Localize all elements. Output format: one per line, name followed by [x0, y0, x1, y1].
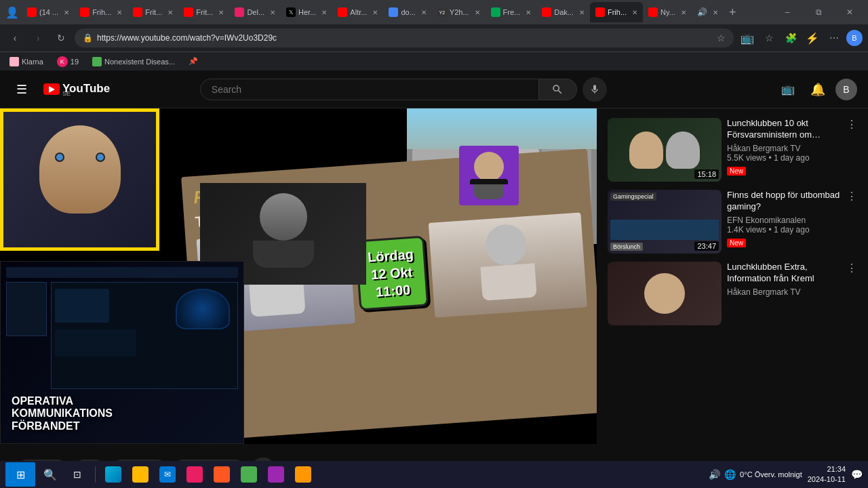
search-input[interactable] [212, 84, 528, 95]
tab-11[interactable]: Dak... ✕ [536, 2, 590, 22]
tab-favicon-3 [133, 7, 142, 17]
edge-copilot-button[interactable]: ⚡ [803, 28, 822, 47]
tab-13[interactable]: Ny... ✕ [643, 2, 692, 22]
start-button[interactable]: ⊞ [5, 462, 35, 487]
operativa-line1: OPERATIVA [12, 395, 113, 407]
bookmark-klarna[interactable]: Klarna [5, 56, 47, 68]
profile-avatar[interactable]: B [846, 30, 863, 46]
taskbar-media[interactable] [182, 462, 207, 487]
mic-button[interactable] [583, 77, 607, 102]
related-more-2[interactable]: ⋮ [846, 190, 857, 253]
hp-head [474, 152, 504, 182]
related-item-2[interactable]: Gamingspecial Börslunch 23:47 Finns det … [608, 186, 857, 258]
tab-close-9[interactable]: ✕ [475, 9, 480, 16]
tab-5[interactable]: Del... ✕ [229, 2, 281, 22]
tab-audio-close[interactable]: ✕ [713, 9, 718, 16]
yt-main-content: OPERATIVA KOMMUNIKATIONS FÖRBANDET [0, 108, 868, 488]
video-player[interactable]: OPERATIVA KOMMUNIKATIONS FÖRBANDET [0, 108, 597, 444]
related-channel-3: Håkan Bergmark TV [727, 287, 841, 297]
related-more-3[interactable]: ⋮ [846, 262, 857, 325]
bookmark-button[interactable]: ☆ [760, 28, 778, 47]
network-icon[interactable]: 🌐 [724, 469, 736, 480]
tab-1[interactable]: (14 ... ✕ [22, 2, 75, 22]
search-taskbar-button[interactable]: 🔍 [38, 462, 62, 487]
reload-button[interactable]: ↻ [52, 28, 71, 47]
taskbar-app3[interactable] [264, 462, 288, 487]
taskbar-app1[interactable] [210, 462, 234, 487]
tab-audio[interactable]: 🔊 ✕ [692, 2, 724, 22]
tab-favicon-6: 𝕏 [286, 7, 296, 17]
tab-3[interactable]: Frit... ✕ [127, 2, 178, 22]
tab-close-7[interactable]: ✕ [372, 9, 378, 16]
yt-header: ☰ YouTube SE [0, 70, 868, 108]
tab-close-6[interactable]: ✕ [321, 9, 327, 16]
close-button[interactable]: ✕ [834, 0, 865, 24]
extensions-button[interactable]: 🧩 [781, 28, 800, 47]
tab-close-4[interactable]: ✕ [218, 9, 224, 16]
tab-close-3[interactable]: ✕ [167, 9, 173, 16]
cast-button[interactable]: 📺 [738, 28, 757, 47]
user-avatar[interactable]: B [835, 79, 857, 100]
profile-menu-icon[interactable]: 👤 [3, 3, 22, 22]
tab-close-12[interactable]: ✕ [632, 9, 637, 16]
tab-close-11[interactable]: ✕ [579, 9, 585, 16]
more-button[interactable]: ⋯ [825, 28, 844, 47]
tab-12-active[interactable]: Frih... ✕ [590, 2, 643, 22]
tab-close-13[interactable]: ✕ [681, 9, 686, 16]
minimize-button[interactable]: – [772, 0, 803, 24]
task-view-button[interactable]: ⊡ [65, 462, 90, 487]
tab-label-3: Frit... [145, 8, 162, 16]
cast-icon-button[interactable]: 📺 [776, 77, 800, 102]
youtube-page: ☰ YouTube SE [0, 70, 868, 488]
related-dot-2: • [768, 225, 774, 235]
bookmark-nonexistent[interactable]: Nonexistent Diseas... [88, 56, 179, 68]
tab-2[interactable]: Frih... ✕ [75, 2, 127, 22]
tab-4[interactable]: Frit... ✕ [178, 2, 229, 22]
headphone-person [469, 152, 509, 199]
taskbar-clock[interactable]: 21:34 2024-10-11 [808, 464, 846, 485]
yt-logo[interactable]: YouTube SE [43, 82, 110, 97]
notifications-button[interactable]: 🔔 [806, 77, 830, 102]
window-controls: – ⧉ ✕ [772, 0, 865, 24]
tab-6[interactable]: 𝕏 Her... ✕ [281, 2, 332, 22]
tab-9[interactable]: Y2 Y2h... ✕ [432, 2, 486, 22]
tab-close-5[interactable]: ✕ [270, 9, 275, 16]
volume-icon[interactable]: 🔊 [709, 469, 720, 480]
person-head [260, 193, 307, 241]
tab-close-1[interactable]: ✕ [64, 9, 69, 16]
bookmark-19[interactable]: K 19 [53, 55, 83, 68]
related-item-3[interactable]: Lunchklubben Extra, Information från Kre… [608, 258, 857, 329]
tab-8[interactable]: do... ✕ [383, 2, 431, 22]
related-thumb-1: 15:18 [608, 118, 722, 182]
tab-10[interactable]: Fre... ✕ [486, 2, 537, 22]
tab-close-2[interactable]: ✕ [117, 9, 122, 16]
related-item-1[interactable]: 15:18 Lunchklubben 10 okt Försvarsminist… [608, 114, 857, 186]
tab-favicon-9: Y2 [437, 7, 447, 17]
taskbar-app4[interactable] [291, 462, 315, 487]
back-button[interactable]: ‹ [5, 28, 24, 47]
tab-label-8: do... [401, 8, 415, 16]
restore-button[interactable]: ⧉ [803, 0, 834, 24]
taskbar-mail[interactable]: ✉ [155, 462, 180, 487]
search-button[interactable] [539, 79, 577, 100]
tab-close-8[interactable]: ✕ [421, 9, 427, 16]
related-more-1[interactable]: ⋮ [846, 118, 857, 182]
yt-menu-button[interactable]: ☰ [11, 77, 33, 102]
person-shape [250, 193, 317, 274]
taskbar-app2[interactable] [237, 462, 261, 487]
taskbar-separator [95, 466, 96, 483]
new-tab-button[interactable]: + [724, 5, 742, 20]
tab-close-10[interactable]: ✕ [526, 9, 531, 16]
taskbar-edge[interactable] [101, 462, 125, 487]
tab-favicon-13 [648, 7, 658, 17]
face-1-shape [33, 125, 127, 234]
related-title-2: Finns det hopp för utbombad gaming? [727, 190, 841, 213]
taskbar-explorer[interactable] [128, 462, 153, 487]
related-info-1: Lunchklubben 10 okt Försvarsministern om… [727, 118, 841, 182]
star-icon[interactable]: ☆ [717, 33, 726, 43]
address-bar[interactable]: 🔒 https://www.youtube.com/watch?v=IWv2Uo… [75, 28, 734, 47]
tab-7[interactable]: Altr... ✕ [332, 2, 383, 22]
notification-icon[interactable]: 💬 [851, 469, 863, 480]
forward-button[interactable]: › [28, 28, 47, 47]
bookmark-save[interactable]: 📌 [184, 56, 202, 67]
